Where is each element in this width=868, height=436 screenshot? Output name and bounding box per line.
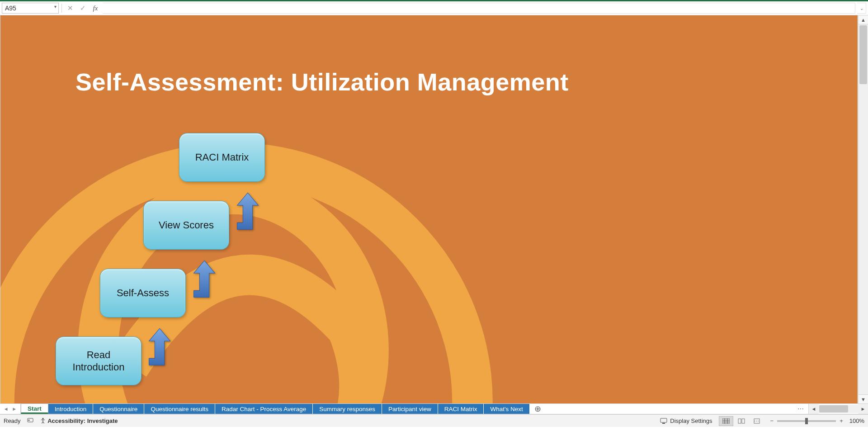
vertical-scrollbar[interactable]: ▲ ▼ bbox=[858, 15, 868, 403]
expand-formula-bar-icon[interactable]: ⌄ bbox=[857, 3, 866, 14]
svg-rect-6 bbox=[662, 423, 665, 424]
zoom-thumb[interactable] bbox=[805, 418, 808, 424]
worksheet-canvas[interactable]: Self-Assessment: Utilization Management … bbox=[0, 15, 858, 403]
sheet-tab-questionnaire[interactable]: Questionnaire bbox=[93, 404, 144, 414]
step-label: RACI Matrix bbox=[195, 151, 249, 164]
svg-rect-13 bbox=[742, 419, 745, 423]
svg-point-3 bbox=[28, 420, 29, 421]
fx-icon[interactable]: fx bbox=[90, 3, 101, 14]
sheet-tab-radar-chart-process-average[interactable]: Radar Chart - Process Average bbox=[215, 404, 313, 414]
tab-prev-icon[interactable]: ◄ bbox=[4, 406, 9, 412]
formula-bar: A95 ▾ ✕ ✓ fx ⌄ bbox=[0, 1, 868, 15]
connector-arrow-icon bbox=[233, 191, 263, 234]
name-box-dropdown-icon[interactable]: ▾ bbox=[54, 4, 57, 9]
tab-next-icon[interactable]: ► bbox=[12, 406, 17, 412]
display-settings-icon bbox=[660, 418, 667, 424]
svg-rect-7 bbox=[722, 418, 730, 424]
step-self-assess[interactable]: Self-Assess bbox=[100, 269, 186, 318]
step-view-scores[interactable]: View Scores bbox=[143, 201, 229, 250]
zoom-in-button[interactable]: + bbox=[840, 417, 843, 424]
step-raci-matrix[interactable]: RACI Matrix bbox=[179, 133, 265, 182]
hscroll-thumb[interactable] bbox=[819, 405, 848, 412]
status-bar: Ready Accessibility: Investigate Display… bbox=[0, 414, 868, 427]
view-normal-button[interactable] bbox=[719, 416, 733, 426]
hscroll-right-icon[interactable]: ► bbox=[858, 404, 868, 414]
status-mode: Ready bbox=[4, 417, 21, 424]
confirm-formula-icon[interactable]: ✓ bbox=[77, 3, 88, 14]
zoom-out-button[interactable]: − bbox=[770, 417, 774, 424]
connector-arrow-icon bbox=[145, 327, 175, 370]
tab-overflow-icon[interactable]: ⋯ bbox=[793, 404, 808, 414]
scroll-down-icon[interactable]: ▼ bbox=[859, 394, 868, 403]
name-box[interactable]: A95 ▾ bbox=[2, 3, 59, 14]
tab-nav[interactable]: ◄ ► bbox=[0, 404, 21, 414]
step-label: Read Introduction bbox=[60, 349, 137, 374]
formula-input[interactable] bbox=[103, 3, 855, 14]
step-label: View Scores bbox=[159, 219, 214, 232]
zoom-level[interactable]: 100% bbox=[849, 417, 864, 424]
svg-rect-5 bbox=[660, 418, 667, 422]
sheet-tab-what-s-next[interactable]: What's Next bbox=[484, 404, 529, 414]
page-title: Self-Assessment: Utilization Management bbox=[75, 68, 569, 96]
scroll-up-icon[interactable]: ▲ bbox=[859, 15, 868, 24]
sheet-tab-strip: ◄ ► StartIntroductionQuestionnaireQuesti… bbox=[0, 403, 868, 414]
sheet-tab-start[interactable]: Start bbox=[21, 403, 48, 414]
sheet-tab-raci-matrix[interactable]: RACI Matrix bbox=[438, 404, 484, 414]
sheet-tab-participant-view[interactable]: Participant view bbox=[382, 404, 438, 414]
svg-rect-12 bbox=[738, 419, 741, 423]
horizontal-scrollbar[interactable]: ◄ ► bbox=[808, 404, 868, 414]
sheet-tab-questionnaire-results[interactable]: Questionnaire results bbox=[144, 404, 215, 414]
svg-point-4 bbox=[42, 418, 44, 420]
macro-record-icon[interactable] bbox=[27, 417, 33, 425]
accessibility-status[interactable]: Accessibility: Investigate bbox=[40, 417, 118, 424]
step-label: Self-Assess bbox=[117, 287, 169, 299]
sheet-tab-summary-responses[interactable]: Summary responses bbox=[313, 404, 382, 414]
zoom-slider[interactable]: − + bbox=[770, 417, 843, 424]
connector-arrow-icon bbox=[189, 259, 219, 302]
scroll-thumb[interactable] bbox=[859, 25, 867, 84]
view-page-layout-button[interactable] bbox=[734, 416, 749, 426]
view-page-break-button[interactable] bbox=[750, 416, 764, 426]
cancel-formula-icon[interactable]: ✕ bbox=[65, 3, 75, 14]
accessibility-icon bbox=[40, 417, 48, 424]
step-read-introduction[interactable]: Read Introduction bbox=[56, 336, 142, 385]
cell-reference: A95 bbox=[5, 5, 16, 12]
sheet-tab-introduction[interactable]: Introduction bbox=[48, 404, 94, 414]
display-settings-button[interactable]: Display Settings bbox=[660, 417, 712, 424]
hscroll-left-icon[interactable]: ◄ bbox=[809, 404, 819, 414]
new-sheet-button[interactable]: ⊕ bbox=[530, 404, 546, 414]
